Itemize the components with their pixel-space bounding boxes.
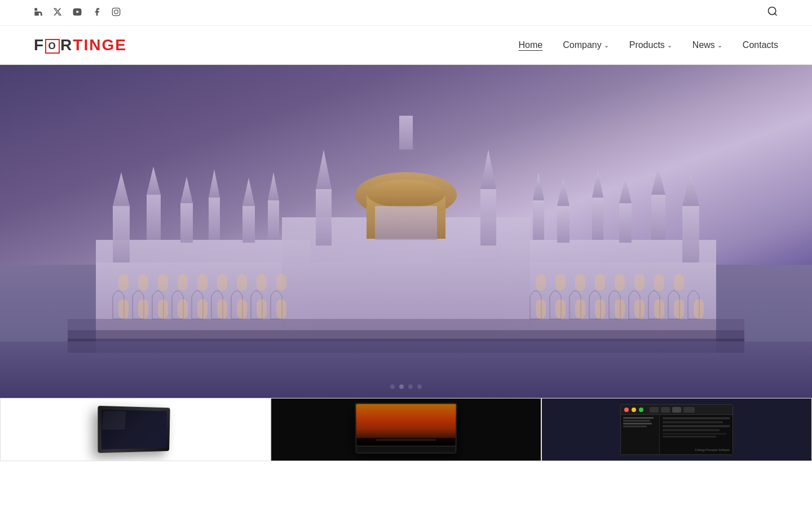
youtube-icon[interactable] (72, 7, 82, 19)
nav-item-products[interactable]: Products ⌄ (629, 40, 672, 50)
nav-link-home[interactable]: Home (519, 40, 543, 50)
svg-rect-72 (536, 274, 546, 291)
search-button[interactable] (767, 6, 778, 20)
svg-rect-75 (595, 274, 605, 291)
product-image-1 (1, 398, 270, 461)
software-window: Fortinge Prompter Software (620, 404, 733, 455)
svg-rect-35 (316, 189, 332, 246)
svg-rect-39 (399, 116, 413, 150)
svg-rect-54 (536, 299, 546, 319)
svg-rect-0 (34, 8, 37, 11)
svg-rect-79 (674, 274, 684, 291)
svg-rect-49 (197, 299, 208, 319)
nav-link-products[interactable]: Products ⌄ (629, 40, 672, 50)
svg-rect-11 (113, 206, 130, 262)
logo-letter-o: O (45, 39, 60, 54)
svg-rect-63 (118, 274, 129, 291)
svg-point-3 (114, 10, 118, 14)
svg-rect-47 (158, 299, 168, 319)
product-image-2 (271, 398, 541, 461)
svg-rect-52 (257, 299, 267, 319)
svg-marker-30 (592, 169, 603, 198)
nav-item-contacts[interactable]: Contacts (743, 40, 778, 50)
svg-rect-67 (197, 274, 208, 291)
product-card-3[interactable]: Fortinge Prompter Software (541, 398, 812, 461)
nav-item-news[interactable]: News ⌄ (692, 40, 722, 50)
svg-rect-68 (217, 274, 227, 291)
svg-marker-26 (651, 167, 665, 195)
svg-rect-77 (634, 274, 645, 291)
svg-rect-27 (619, 203, 632, 243)
svg-rect-71 (276, 274, 286, 291)
svg-rect-29 (592, 198, 603, 240)
svg-rect-33 (533, 200, 544, 240)
news-chevron-icon: ⌄ (717, 42, 722, 49)
svg-rect-15 (180, 203, 193, 243)
svg-rect-59 (634, 299, 645, 319)
svg-rect-25 (651, 195, 665, 240)
svg-rect-57 (595, 299, 605, 319)
svg-marker-28 (619, 177, 632, 203)
svg-rect-66 (178, 274, 188, 291)
logo[interactable]: FORTINGE (34, 36, 127, 54)
svg-rect-58 (615, 299, 625, 319)
svg-rect-76 (615, 274, 625, 291)
svg-rect-62 (694, 299, 704, 319)
svg-rect-65 (158, 274, 168, 291)
hero-section (0, 65, 812, 398)
svg-rect-64 (138, 274, 148, 291)
hero-water (0, 341, 812, 398)
linkedin-icon[interactable] (34, 7, 43, 19)
navbar: FORTINGE Home Company ⌄ Products ⌄ News … (0, 26, 812, 65)
svg-rect-13 (147, 195, 161, 240)
logo-letter-r: R (60, 36, 73, 54)
svg-marker-18 (209, 169, 220, 198)
svg-rect-1 (34, 11, 37, 15)
product-card-1[interactable] (0, 398, 271, 461)
product-card-2[interactable] (271, 398, 541, 461)
svg-marker-38 (480, 150, 496, 189)
nav-link-company[interactable]: Company ⌄ (563, 40, 608, 50)
svg-marker-12 (113, 172, 130, 206)
nav-item-company[interactable]: Company ⌄ (563, 40, 608, 50)
software-name-label: Fortinge Prompter Software (695, 448, 730, 452)
svg-rect-2 (112, 8, 120, 15)
svg-rect-51 (237, 299, 247, 319)
svg-line-6 (775, 14, 777, 16)
nav-links: Home Company ⌄ Products ⌄ News ⌄ Contact… (519, 40, 778, 50)
nav-item-home[interactable]: Home (519, 40, 543, 50)
nav-link-news[interactable]: News ⌄ (692, 40, 722, 50)
svg-point-43 (367, 179, 445, 208)
svg-rect-46 (138, 299, 148, 319)
svg-rect-48 (178, 299, 188, 319)
instagram-icon[interactable] (112, 7, 121, 19)
svg-rect-60 (654, 299, 664, 319)
svg-rect-74 (575, 274, 585, 291)
svg-rect-31 (557, 206, 570, 243)
svg-marker-32 (557, 178, 570, 206)
twitter-icon[interactable] (53, 7, 62, 19)
logo-tinge: TINGE (73, 36, 127, 54)
svg-marker-20 (242, 178, 255, 206)
svg-rect-17 (209, 198, 220, 240)
svg-rect-61 (674, 299, 684, 319)
logo-letter-f: F (34, 36, 45, 54)
svg-marker-22 (268, 172, 279, 200)
svg-rect-78 (654, 274, 664, 291)
svg-point-5 (769, 7, 776, 15)
svg-rect-21 (268, 200, 279, 240)
svg-rect-50 (217, 299, 227, 319)
svg-rect-55 (555, 299, 566, 319)
svg-rect-19 (242, 206, 255, 243)
svg-rect-44 (375, 206, 437, 240)
nav-link-contacts[interactable]: Contacts (743, 40, 778, 50)
products-section: Fortinge Prompter Software (0, 398, 812, 461)
svg-marker-24 (682, 172, 699, 206)
facebook-icon[interactable] (92, 7, 102, 19)
svg-rect-45 (118, 299, 129, 319)
svg-marker-36 (316, 150, 332, 189)
svg-marker-16 (180, 177, 193, 203)
svg-rect-37 (480, 189, 496, 246)
products-chevron-icon: ⌄ (667, 42, 672, 49)
svg-rect-73 (555, 274, 566, 291)
